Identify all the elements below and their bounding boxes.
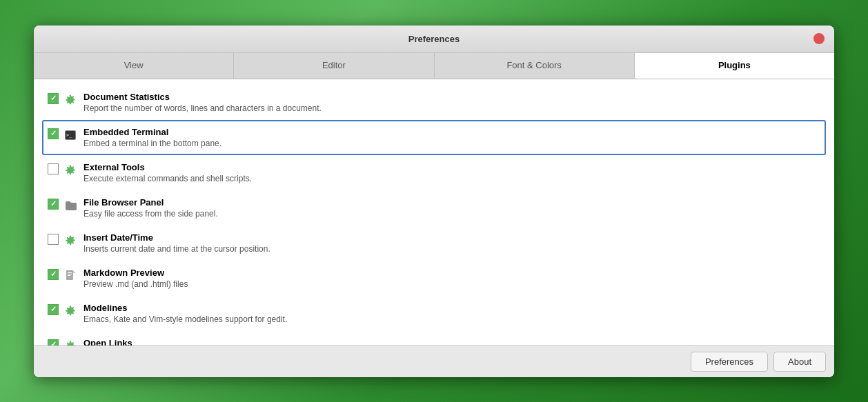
plugin-desc-modelines: Emacs, Kate and Vim-style modelines supp… <box>83 314 820 324</box>
plugin-checkbox-external-tools[interactable] <box>48 163 59 174</box>
plugin-item-document-statistics[interactable]: Document StatisticsReport the number of … <box>42 85 826 120</box>
plugin-checkbox-open-links[interactable] <box>48 339 59 345</box>
plugin-item-external-tools[interactable]: External ToolsExecute external commands … <box>42 155 826 190</box>
tab-view[interactable]: View <box>34 53 234 79</box>
plugin-name-embedded-terminal: Embedded Terminal <box>83 127 820 137</box>
plugin-info-markdown-preview: Markdown PreviewPreview .md (and .html) … <box>83 268 820 289</box>
plugin-name-insert-datetime: Insert Date/Time <box>83 232 820 243</box>
plugin-checkbox-document-statistics[interactable] <box>48 93 59 104</box>
plugin-icon-insert-datetime <box>63 233 78 248</box>
plugin-info-modelines: ModelinesEmacs, Kate and Vim-style model… <box>83 303 820 324</box>
plugin-desc-insert-datetime: Inserts current date and time at the cur… <box>83 244 820 254</box>
plugin-icon-modelines <box>63 303 78 319</box>
checkbox-external-tools[interactable] <box>48 163 59 174</box>
checkbox-open-links[interactable] <box>48 339 59 345</box>
plugin-name-document-statistics: Document Statistics <box>83 92 820 102</box>
window-title: Preferences <box>408 34 460 44</box>
plugin-icon-open-links <box>63 339 78 345</box>
tab-editor[interactable]: Editor <box>234 53 434 79</box>
plugin-icon-file-browser <box>63 198 78 213</box>
plugin-checkbox-modelines[interactable] <box>48 304 59 315</box>
checkbox-document-statistics[interactable] <box>48 93 59 104</box>
about-button[interactable]: About <box>773 352 826 372</box>
svg-text:>_: >_ <box>66 132 72 138</box>
plugin-item-file-browser[interactable]: File Browser PanelEasy file access from … <box>42 190 826 225</box>
plugin-name-modelines: Modelines <box>83 303 820 313</box>
plugin-item-insert-datetime[interactable]: Insert Date/TimeInserts current date and… <box>42 225 826 261</box>
plugin-name-open-links: Open Links <box>83 338 820 345</box>
plugin-list[interactable]: Document StatisticsReport the number of … <box>34 79 834 345</box>
checkbox-embedded-terminal[interactable] <box>48 128 59 139</box>
plugin-desc-external-tools: Execute external commands and shell scri… <box>83 174 820 183</box>
plugin-icon-embedded-terminal: >_ <box>63 128 78 143</box>
plugin-info-open-links: Open LinksEasy open URI links. <box>83 338 820 345</box>
tab-plugins[interactable]: Plugins <box>635 53 834 79</box>
plugin-name-external-tools: External Tools <box>83 162 820 172</box>
plugin-item-markdown-preview[interactable]: Markdown PreviewPreview .md (and .html) … <box>42 261 826 296</box>
preferences-button[interactable]: Preferences <box>691 352 768 372</box>
checkbox-markdown-preview[interactable] <box>48 269 59 280</box>
close-button[interactable] <box>813 33 825 44</box>
checkbox-insert-datetime[interactable] <box>48 234 59 245</box>
plugin-checkbox-markdown-preview[interactable] <box>48 269 59 280</box>
svg-marker-10 <box>73 270 76 273</box>
plugin-icon-external-tools <box>63 163 78 178</box>
checkbox-modelines[interactable] <box>48 304 59 315</box>
plugin-desc-embedded-terminal: Embed a terminal in the bottom pane. <box>83 139 820 148</box>
plugin-item-embedded-terminal[interactable]: >_Embedded TerminalEmbed a terminal in t… <box>42 120 826 155</box>
plugin-item-open-links[interactable]: Open LinksEasy open URI links. <box>42 331 826 345</box>
plugin-name-markdown-preview: Markdown Preview <box>83 268 820 278</box>
svg-rect-9 <box>68 275 70 276</box>
checkbox-file-browser[interactable] <box>48 199 59 210</box>
plugin-desc-document-statistics: Report the number of words, lines and ch… <box>83 103 820 113</box>
tab-bar: ViewEditorFont & ColorsPlugins <box>34 53 834 79</box>
preferences-window: Preferences ViewEditorFont & ColorsPlugi… <box>34 26 834 377</box>
plugin-checkbox-embedded-terminal[interactable] <box>48 128 59 139</box>
plugin-desc-file-browser: Easy file access from the side panel. <box>83 209 820 219</box>
footer: Preferences About <box>34 345 834 377</box>
plugin-icon-markdown-preview <box>63 268 78 283</box>
tab-font-colors[interactable]: Font & Colors <box>435 53 635 79</box>
plugin-info-external-tools: External ToolsExecute external commands … <box>83 162 820 183</box>
plugin-info-insert-datetime: Insert Date/TimeInserts current date and… <box>83 232 820 254</box>
plugin-item-modelines[interactable]: ModelinesEmacs, Kate and Vim-style model… <box>42 296 826 331</box>
plugin-checkbox-insert-datetime[interactable] <box>48 234 59 245</box>
content-area: Document StatisticsReport the number of … <box>34 79 834 345</box>
svg-rect-7 <box>68 272 72 273</box>
plugin-icon-document-statistics <box>63 92 78 108</box>
plugin-name-file-browser: File Browser Panel <box>83 197 820 208</box>
plugin-info-document-statistics: Document StatisticsReport the number of … <box>83 92 820 113</box>
svg-rect-8 <box>68 274 72 274</box>
titlebar: Preferences <box>34 26 834 53</box>
plugin-desc-markdown-preview: Preview .md (and .html) files <box>83 279 820 289</box>
plugin-info-file-browser: File Browser PanelEasy file access from … <box>83 197 820 219</box>
plugin-info-embedded-terminal: Embedded TerminalEmbed a terminal in the… <box>83 127 820 148</box>
plugin-checkbox-file-browser[interactable] <box>48 199 59 210</box>
